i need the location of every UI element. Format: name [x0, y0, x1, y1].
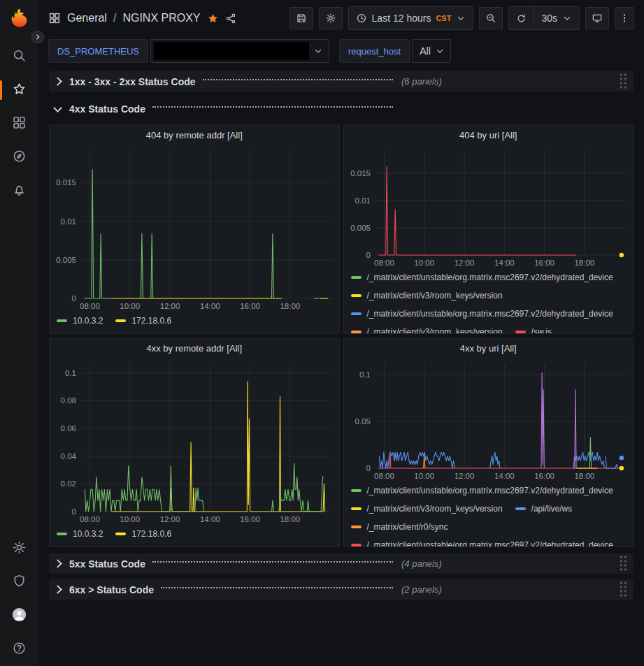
tv-mode-button[interactable] [585, 7, 609, 29]
refresh-interval-button[interactable]: 30s [534, 7, 579, 29]
request-host-select[interactable]: All [412, 39, 451, 63]
dashboard-body: 1xx - 3xx - 2xx Status Code (6 panels) 4… [38, 68, 644, 666]
panel-404-by-uri: 404 by uri [All] 08:0010:0012:0014:0016:… [343, 124, 634, 334]
svg-text:16:00: 16:00 [240, 302, 260, 310]
svg-text:12:00: 12:00 [454, 259, 474, 267]
legend-label: 10.0.3.2 [73, 312, 103, 329]
svg-text:12:00: 12:00 [160, 302, 180, 310]
panel-title[interactable]: 404 by uri [All] [344, 125, 634, 145]
legend-item[interactable]: /api/live/ws [515, 500, 573, 517]
timezone-label: CST [436, 14, 451, 22]
grafana-logo[interactable] [8, 6, 31, 30]
avatar [12, 607, 27, 625]
legend-swatch [351, 276, 362, 279]
sidebar-item-profile[interactable] [0, 599, 38, 632]
legend-item[interactable]: 10.0.3.2 [57, 312, 103, 329]
sidebar-item-server-admin[interactable] [0, 565, 38, 599]
svg-text:16:00: 16:00 [534, 259, 554, 267]
row-6xx[interactable]: 6xx > Status Code (2 panels) [49, 579, 634, 600]
sidebar-item-search[interactable] [0, 40, 38, 73]
sidebar-item-explore[interactable] [0, 140, 38, 174]
dashboard-settings-button[interactable] [319, 7, 343, 29]
legend-item[interactable]: /_matrix/client/unstable/org.matrix.msc2… [351, 269, 613, 286]
zoom-out-button[interactable] [479, 7, 503, 29]
legend-item[interactable]: /sw.js [515, 324, 552, 333]
legend-item[interactable]: /_matrix/client/v3/room_keys/version [351, 287, 503, 304]
legend-swatch [115, 533, 126, 535]
svg-text:14:00: 14:00 [200, 515, 220, 523]
legend-label: /_matrix/client/v3/room_keys/version [367, 324, 503, 333]
legend-swatch [515, 331, 526, 333]
breadcrumb-title[interactable]: NGINX PROXY [122, 12, 200, 24]
favorite-star-icon[interactable] [207, 13, 219, 24]
svg-text:08:00: 08:00 [80, 515, 100, 523]
legend-item[interactable]: /_matrix/client/v3/room_keys/version [351, 324, 503, 333]
row-1xx-3xx-2xx[interactable]: 1xx - 3xx - 2xx Status Code (6 panels) [49, 71, 634, 92]
share-icon[interactable] [225, 13, 237, 24]
legend-item[interactable]: /_matrix/client/v3/room_keys/version [351, 500, 503, 517]
svg-text:16:00: 16:00 [534, 472, 554, 480]
svg-text:0: 0 [366, 464, 370, 472]
chevron-down-icon [53, 103, 62, 113]
time-range-button[interactable]: Last 12 hours CST [349, 7, 473, 29]
refresh-button[interactable] [509, 7, 534, 29]
sidebar-item-configuration[interactable] [0, 532, 38, 565]
kebab-icon [619, 13, 630, 24]
legend-item[interactable]: 172.18.0.6 [115, 312, 171, 329]
active-indicator [0, 80, 2, 100]
sidebar-item-help[interactable] [0, 632, 38, 666]
star-icon [12, 82, 27, 99]
svg-text:0: 0 [72, 507, 76, 516]
legend-item[interactable]: /_matrix/client/unstable/org.matrix.msc2… [351, 482, 613, 499]
ds-prometheus-select[interactable] [150, 39, 329, 63]
svg-text:12:00: 12:00 [454, 472, 474, 480]
variable-label: request_host [339, 39, 410, 63]
row-5xx[interactable]: 5xx Status Code (4 panels) [49, 553, 634, 574]
legend-item[interactable]: 10.0.3.2 [57, 526, 103, 542]
dotted-leader [203, 79, 393, 80]
svg-text:0: 0 [72, 294, 76, 303]
kebab-menu-button[interactable] [615, 7, 634, 29]
panel-plot[interactable]: 08:0010:0012:0014:0016:0018:0000.050.1 [344, 358, 634, 482]
panel-title[interactable]: 4xx by uri [All] [344, 338, 634, 358]
legend-swatch [351, 507, 362, 510]
legend-swatch [515, 507, 526, 510]
svg-text:0.015: 0.015 [56, 178, 76, 187]
dashboard-toolbar: Last 12 hours CST 30s [289, 6, 634, 30]
panel-plot[interactable]: 08:0010:0012:0014:0016:0018:0000.0050.01… [50, 145, 339, 312]
row-drag-handle[interactable] [620, 73, 628, 89]
time-picker: Last 12 hours CST [348, 6, 474, 30]
sidebar-item-alerting[interactable] [0, 174, 38, 208]
sidebar-item-starred[interactable] [0, 73, 38, 107]
dotted-leader [152, 561, 393, 563]
row-4xx[interactable]: 4xx Status Code [49, 99, 634, 119]
legend-label: /_matrix/client/r0/sync [367, 519, 448, 535]
row-drag-handle[interactable] [620, 556, 628, 572]
chevron-down-icon [562, 13, 572, 23]
sidebar [0, 0, 38, 666]
row-drag-handle[interactable] [620, 581, 628, 598]
save-dashboard-button[interactable] [289, 7, 313, 29]
svg-text:16:00: 16:00 [240, 515, 260, 523]
breadcrumb-section[interactable]: General [67, 12, 107, 24]
svg-text:0: 0 [366, 251, 370, 259]
legend-label: 172.18.0.6 [131, 526, 171, 542]
legend-item[interactable]: /_matrix/client/unstable/org.matrix.msc2… [351, 305, 613, 322]
svg-text:0.04: 0.04 [61, 452, 77, 461]
sidebar-item-dashboards[interactable] [0, 107, 38, 140]
panel-title[interactable]: 4xx by remote addr [All] [50, 338, 339, 358]
panel-title[interactable]: 404 by remote addr [All] [50, 125, 339, 145]
legend-item[interactable]: /_matrix/client/r0/sync [351, 519, 448, 535]
row-panel-count: (4 panels) [401, 558, 442, 569]
legend-item[interactable]: 172.18.0.6 [115, 526, 171, 542]
panel-plot[interactable]: 08:0010:0012:0014:0016:0018:0000.0050.01… [344, 145, 634, 269]
clock-icon [356, 13, 367, 24]
legend-label: /sw.js [531, 324, 552, 333]
svg-text:0.005: 0.005 [350, 224, 371, 232]
legend-label: /_matrix/client/unstable/org.matrix.msc2… [367, 482, 613, 499]
panel-plot[interactable]: 08:0010:0012:0014:0016:0018:0000.020.040… [50, 358, 339, 526]
svg-text:0.06: 0.06 [61, 424, 76, 433]
sidebar-expand-button[interactable] [31, 31, 44, 43]
legend-label: /_matrix/client/unstable/org.matrix.msc2… [367, 537, 613, 546]
legend-item[interactable]: /_matrix/client/unstable/org.matrix.msc2… [351, 537, 613, 546]
